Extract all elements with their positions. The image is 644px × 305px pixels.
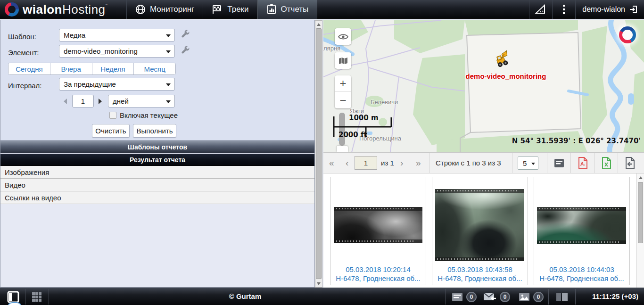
clear-button[interactable]: Очистить [92,124,130,138]
interval-select[interactable]: За предыдущие [59,78,175,91]
count-increase-arrow[interactable] [99,99,102,104]
result-item-video-links[interactable]: Ссылки на видео [0,191,314,204]
bottom-bar: © Gurtam 0 0 0 [0,288,644,305]
tab-monitoring[interactable]: Мониторинг [126,0,203,19]
left-panel-scrollbar[interactable] [315,20,322,288]
scrollbar-thumb[interactable] [316,28,322,279]
tab-label: Мониторинг [150,5,194,14]
zoom-in-button[interactable]: + [335,75,351,92]
image-osd-overlay [334,207,422,211]
count-input[interactable] [72,95,94,107]
range-yesterday-button[interactable]: Вчера [50,63,92,74]
scrollbar-thumb[interactable] [638,182,643,243]
first-page-button[interactable]: « [329,153,334,173]
apps-grid-button[interactable] [26,288,47,305]
media-location-link[interactable]: Н-6478, Гродненская об... [330,274,426,282]
map-place-label: лярня [323,45,340,52]
tab-reports[interactable]: Отчеты [257,0,318,19]
logo-brand: wialon [23,2,62,16]
next-page-button[interactable]: › [400,153,403,173]
tab-tracks[interactable]: Треки [203,0,257,19]
interval-value: За предыдущие [64,80,116,88]
ruler-tools-button[interactable] [529,0,552,19]
results-scrollbar[interactable] [636,173,644,288]
report-results-area: 05.03.2018 10:20:14 Н-6478, Гродненская … [323,173,644,288]
divider [575,289,576,305]
export-excel-button[interactable] [600,157,613,170]
messages-status[interactable]: 0 [483,288,510,305]
wialon-logo[interactable]: wialonHosting” [5,1,107,17]
include-current-label: Включая текущее [120,111,178,119]
media-location-link[interactable]: Н-6478, Гродненская об... [432,274,528,282]
zoom-out-button[interactable]: − [335,92,351,108]
scroll-down-arrow[interactable] [315,280,322,287]
photos-status[interactable]: 0 [519,288,544,305]
range-month-button[interactable]: Месяц [133,63,175,74]
report-result-header[interactable]: Результат отчета [0,154,314,166]
zoom-slider-handle[interactable] [337,146,348,152]
zoom-slider[interactable] [339,113,345,146]
wialon-map-watermark-icon [619,26,636,43]
map-layers-button[interactable] [335,52,351,69]
camera-image[interactable] [435,189,524,261]
scroll-up-arrow[interactable] [637,174,644,181]
map-canvas[interactable]: demo-video_monitoring лярня Белевичи Яжг… [323,20,644,152]
last-page-button[interactable]: » [416,153,421,173]
media-card[interactable]: 05.03.2018 10:43:58 Н-6478, Гродненская … [432,177,528,285]
count-decrease-arrow[interactable] [64,99,67,104]
divider [512,153,512,173]
divider [49,289,49,305]
unit-select[interactable]: demo-video_monitoring [59,45,175,58]
export-file-button[interactable] [623,157,636,170]
clock: 11:11:25 (+03) [592,292,638,300]
notifications-status[interactable]: 0 [452,288,477,305]
template-select[interactable]: Медиа [59,29,175,41]
media-time-link[interactable]: 05.03.2018 10:20:14 [330,265,426,273]
map-place-label: Яжги [350,107,364,115]
image-osd-overlay [435,189,524,193]
media-card[interactable]: 05.03.2018 10:20:14 Н-6478, Гродненская … [330,177,426,285]
media-location-link[interactable]: Н-6478, Гродненская об... [534,274,629,282]
ruler-icon [535,4,547,15]
page-size-select[interactable]: 5 [518,157,538,170]
page-size-value: 5 [523,159,527,167]
layout-panels-button[interactable] [552,288,572,305]
result-item-video[interactable]: Видео [0,179,314,191]
prev-page-button[interactable]: ‹ [346,153,348,173]
logo-tick: ” [106,2,108,9]
notifications-list-icon [452,292,463,302]
period-unit-select[interactable]: дней [108,95,175,107]
visibility-eye-button[interactable] [335,28,351,45]
menu-kebab-button[interactable] [553,0,575,19]
range-today-button[interactable]: Сегодня [8,63,50,74]
chevron-down-icon [166,50,171,53]
include-current-checkbox[interactable] [109,112,116,119]
camera-image[interactable] [334,207,422,243]
report-template-button[interactable] [553,157,566,170]
camera-image[interactable] [537,207,626,244]
kebab-dots-icon [562,4,565,15]
divider [618,153,618,173]
media-card[interactable]: 05.03.2018 10:44:03 Н-6478, Гродненская … [534,177,630,285]
scroll-up-arrow[interactable] [315,21,322,28]
execute-button[interactable]: Выполнить [133,124,176,138]
eye-icon [338,33,348,40]
quick-range-buttons: Сегодня Вчера Неделя Месяц [8,63,176,75]
globe-icon [135,4,146,15]
export-pdf-button[interactable] [576,157,589,170]
template-settings-wrench-icon[interactable] [180,29,191,41]
media-time-link[interactable]: 05.03.2018 10:44:03 [534,265,629,273]
report-templates-header[interactable]: Шаблоны отчетов [0,140,314,153]
range-week-button[interactable]: Неделя [92,63,134,74]
photo-icon [519,292,530,302]
period-unit-value: дней [113,97,129,105]
user-menu[interactable]: demo-wialon [576,5,644,14]
unit-settings-wrench-icon[interactable] [180,45,191,57]
result-item-images[interactable]: Изображения [0,166,314,179]
wialon-app: wialonHosting” Мониторинг Треки [0,0,644,305]
unit-marker-icon[interactable] [494,50,512,71]
divider [429,153,429,173]
media-time-link[interactable]: 05.03.2018 10:43:58 [432,265,528,273]
unit-map-label[interactable]: demo-video_monitoring [456,72,555,80]
page-number-input[interactable] [355,156,377,170]
